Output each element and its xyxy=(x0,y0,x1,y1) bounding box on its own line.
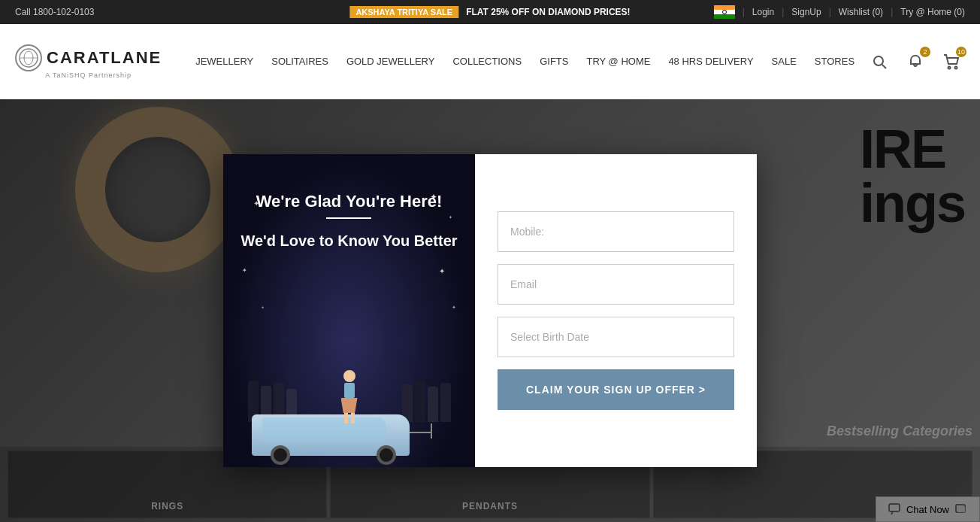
svg-point-7 xyxy=(955,66,957,68)
search-button[interactable] xyxy=(866,48,893,75)
svg-point-3 xyxy=(874,56,883,65)
logo-text: CARATLANE xyxy=(15,44,162,71)
crowd-right xyxy=(402,381,451,422)
nav-gifts[interactable]: GIFTS xyxy=(540,56,568,67)
modal-divider xyxy=(326,217,371,219)
main-nav: JEWELLERY SOLITAIRES GOLD JEWELLERY COLL… xyxy=(184,56,866,67)
mobile-input[interactable] xyxy=(498,211,734,252)
limo-car xyxy=(252,414,410,456)
nav-stores[interactable]: STORES xyxy=(815,56,854,67)
wishlist-link[interactable]: Wishlist (0) xyxy=(839,7,883,17)
modal-left-content: We're Glad You're Here! We'd Love to Kno… xyxy=(225,177,472,266)
phone-number: Call 1800-102-0103 xyxy=(15,7,94,17)
nav-collections[interactable]: COLLECTIONS xyxy=(452,56,522,67)
logo-circle xyxy=(15,44,42,71)
signup-link[interactable]: SignUp xyxy=(791,7,821,17)
modal-right-panel: CLAIM YOUR SIGN UP OFFER > xyxy=(475,154,757,467)
svg-point-6 xyxy=(948,66,951,68)
header: CARATLANE A TaNiSHQ Partnership JEWELLER… xyxy=(0,24,980,99)
main-content: IRE ings Bestselling Categories RINGS PE… xyxy=(0,99,980,522)
india-flag xyxy=(714,5,735,19)
brand-name: CARATLANE xyxy=(47,48,162,68)
claim-button[interactable]: CLAIM YOUR SIGN UP OFFER > xyxy=(498,369,734,410)
top-bar: Call 1800-102-0103 AKSHAYA TRITIYA SALE … xyxy=(0,0,980,24)
notification-badge: 2 xyxy=(920,47,930,57)
modal-overlay: ✦ ✦ ✦ ✦ ✦ ✦ ✦ ✦ We're Glad You're Here! … xyxy=(0,99,980,522)
login-link[interactable]: Login xyxy=(752,7,774,17)
sparkle-4: ✦ xyxy=(242,267,247,274)
try-home-link[interactable]: Try @ Home (0) xyxy=(900,7,965,17)
top-bar-right: | Login | SignUp | Wishlist (0) | Try @ … xyxy=(714,5,965,19)
nav-jewellery[interactable]: JEWELLERY xyxy=(195,56,253,67)
modal-subtitle: We'd Love to Know You Better xyxy=(240,231,457,250)
logo-subtitle: A TaNiSHQ Partnership xyxy=(45,71,132,79)
illustration xyxy=(244,287,455,467)
nav-gold-jewellery[interactable]: GOLD JEWELLERY xyxy=(346,56,435,67)
notification-button[interactable]: 2 xyxy=(902,48,929,75)
signup-modal: ✦ ✦ ✦ ✦ ✦ ✦ ✦ ✦ We're Glad You're Here! … xyxy=(223,154,757,467)
separator4: | xyxy=(891,7,893,17)
separator: | xyxy=(743,7,745,17)
svg-line-4 xyxy=(882,65,886,68)
sale-badge: AKSHAYA TRITIYA SALE xyxy=(349,6,458,18)
header-icons: 2 10 xyxy=(866,48,965,75)
center-person xyxy=(341,370,358,423)
birthdate-input[interactable] xyxy=(498,317,734,357)
sale-text: FLAT 25% OFF ON DIAMOND PRICES! xyxy=(466,7,630,17)
separator3: | xyxy=(829,7,831,17)
email-input[interactable] xyxy=(498,264,734,305)
sparkle-5: ✦ xyxy=(439,267,445,275)
cart-badge: 10 xyxy=(956,47,966,57)
cart-button[interactable]: 10 xyxy=(938,48,965,75)
nav-48hrs[interactable]: 48 HRS DELIVERY xyxy=(668,56,753,67)
nav-solitaires[interactable]: SOLITAIRES xyxy=(271,56,328,67)
nav-sale[interactable]: SALE xyxy=(772,56,797,67)
modal-left-panel: ✦ ✦ ✦ ✦ ✦ ✦ ✦ ✦ We're Glad You're Here! … xyxy=(223,154,475,467)
logo[interactable]: CARATLANE A TaNiSHQ Partnership xyxy=(15,44,162,79)
barrier-post-right xyxy=(431,423,432,439)
promo-banner: AKSHAYA TRITIYA SALE FLAT 25% OFF ON DIA… xyxy=(349,6,630,18)
separator2: | xyxy=(782,7,784,17)
modal-greeting: We're Glad You're Here! xyxy=(240,192,457,211)
nav-try-at-home[interactable]: TRY @ HOME xyxy=(586,56,650,67)
